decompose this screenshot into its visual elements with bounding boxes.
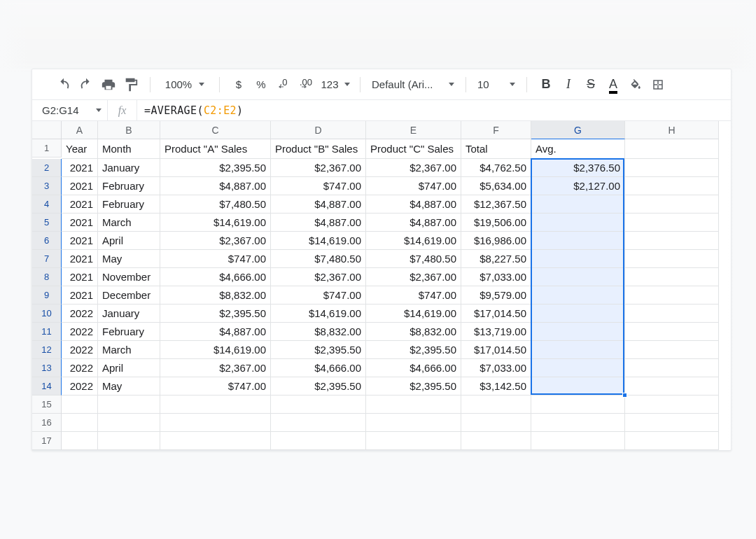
cell[interactable]: 2022 bbox=[62, 323, 98, 341]
cell[interactable]: $13,719.00 bbox=[461, 323, 531, 341]
cell[interactable] bbox=[62, 414, 98, 432]
cell[interactable] bbox=[531, 359, 625, 377]
cell[interactable]: $2,367.00 bbox=[366, 268, 461, 286]
cell[interactable]: Product "A" Sales bbox=[160, 139, 271, 159]
column-header[interactable]: G bbox=[531, 121, 625, 139]
cell[interactable] bbox=[62, 396, 98, 414]
row-header[interactable]: 16 bbox=[32, 414, 62, 432]
cell[interactable] bbox=[625, 232, 719, 250]
cell[interactable]: 2021 bbox=[62, 159, 98, 177]
cell[interactable] bbox=[625, 341, 719, 359]
cell[interactable]: Total bbox=[461, 139, 531, 159]
cell[interactable]: March bbox=[98, 214, 160, 232]
cell[interactable]: 2021 bbox=[62, 268, 98, 286]
cell[interactable] bbox=[366, 414, 461, 432]
cell[interactable]: $2,367.00 bbox=[271, 268, 366, 286]
cell[interactable]: $4,887.00 bbox=[160, 177, 271, 195]
cell[interactable]: 2022 bbox=[62, 341, 98, 359]
cell[interactable]: $2,127.00 bbox=[531, 177, 625, 195]
cell[interactable] bbox=[98, 396, 160, 414]
cell[interactable] bbox=[461, 414, 531, 432]
cell[interactable] bbox=[625, 250, 719, 268]
cell[interactable]: February bbox=[98, 195, 160, 214]
cell[interactable] bbox=[531, 414, 625, 432]
cell[interactable]: 2021 bbox=[62, 250, 98, 268]
cell[interactable] bbox=[98, 414, 160, 432]
cell[interactable]: $2,395.50 bbox=[271, 377, 366, 396]
cell[interactable]: $8,832.00 bbox=[366, 323, 461, 341]
column-header[interactable]: E bbox=[366, 121, 461, 139]
cell[interactable]: $12,367.50 bbox=[461, 195, 531, 214]
cell[interactable]: $4,887.00 bbox=[160, 323, 271, 341]
cell[interactable]: $16,986.00 bbox=[461, 232, 531, 250]
cell[interactable] bbox=[625, 214, 719, 232]
row-header[interactable]: 8 bbox=[32, 268, 62, 286]
cell[interactable]: $14,619.00 bbox=[271, 304, 366, 323]
format-currency-button[interactable]: $ bbox=[228, 74, 249, 95]
cell[interactable]: $4,887.00 bbox=[271, 195, 366, 214]
cell[interactable]: 2021 bbox=[62, 214, 98, 232]
column-header[interactable]: B bbox=[98, 121, 160, 139]
borders-button[interactable] bbox=[648, 74, 668, 95]
cell[interactable]: $4,666.00 bbox=[366, 359, 461, 377]
cell[interactable] bbox=[625, 159, 719, 177]
row-header[interactable]: 12 bbox=[32, 341, 62, 359]
cell[interactable]: Month bbox=[98, 139, 160, 159]
cell[interactable]: $7,480.50 bbox=[271, 250, 366, 268]
column-header[interactable]: A bbox=[62, 121, 98, 139]
cell[interactable]: $7,033.00 bbox=[461, 268, 531, 286]
cell[interactable]: $17,014.50 bbox=[461, 341, 531, 359]
cell[interactable]: $747.00 bbox=[160, 377, 271, 396]
column-header[interactable]: D bbox=[271, 121, 366, 139]
cell[interactable]: 2021 bbox=[62, 232, 98, 250]
cell[interactable]: 2021 bbox=[62, 286, 98, 304]
cell[interactable]: $747.00 bbox=[366, 286, 461, 304]
cell[interactable]: $2,395.50 bbox=[160, 304, 271, 323]
cell[interactable] bbox=[625, 377, 719, 396]
font-size-dropdown[interactable]: 10 bbox=[475, 74, 518, 95]
row-header[interactable]: 2 bbox=[32, 159, 62, 177]
grid[interactable]: ABCDEFGH1YearMonthProduct "A" SalesProdu… bbox=[32, 121, 731, 450]
cell[interactable]: April bbox=[98, 232, 160, 250]
fill-color-button[interactable] bbox=[625, 74, 646, 95]
cell[interactable]: April bbox=[98, 359, 160, 377]
cell[interactable]: February bbox=[98, 323, 160, 341]
cell[interactable] bbox=[625, 268, 719, 286]
increase-decimal-button[interactable]: .00 bbox=[295, 74, 316, 95]
cell[interactable] bbox=[62, 432, 98, 450]
column-header[interactable]: F bbox=[461, 121, 531, 139]
cell[interactable]: $2,376.50 bbox=[531, 159, 625, 177]
column-header[interactable]: C bbox=[160, 121, 271, 139]
cell[interactable] bbox=[625, 396, 719, 414]
cell[interactable] bbox=[625, 195, 719, 214]
cell[interactable]: $7,480.50 bbox=[366, 250, 461, 268]
undo-button[interactable] bbox=[53, 74, 74, 95]
cell[interactable]: $2,395.50 bbox=[271, 341, 366, 359]
cell[interactable] bbox=[531, 377, 625, 396]
cell[interactable] bbox=[160, 432, 271, 450]
cell[interactable]: Product "C" Sales bbox=[366, 139, 461, 159]
cell[interactable] bbox=[461, 432, 531, 450]
paint-format-button[interactable] bbox=[120, 74, 141, 95]
cell[interactable]: $7,033.00 bbox=[461, 359, 531, 377]
cell[interactable] bbox=[366, 432, 461, 450]
text-color-button[interactable]: A bbox=[603, 74, 624, 95]
cell[interactable]: Year bbox=[62, 139, 98, 159]
cell[interactable]: $4,762.50 bbox=[461, 159, 531, 177]
cell[interactable] bbox=[531, 250, 625, 268]
strikethrough-button[interactable]: S bbox=[580, 74, 601, 95]
formula-input[interactable]: =AVERAGE(C2:E2) bbox=[137, 100, 731, 120]
cell[interactable]: $4,887.00 bbox=[366, 195, 461, 214]
cell[interactable]: 2022 bbox=[62, 377, 98, 396]
cell[interactable]: Avg. bbox=[531, 139, 625, 159]
cell[interactable]: Product "B" Sales bbox=[271, 139, 366, 159]
cell[interactable]: $2,367.00 bbox=[160, 359, 271, 377]
cell[interactable] bbox=[98, 432, 160, 450]
cell[interactable]: $8,832.00 bbox=[271, 323, 366, 341]
cell[interactable]: December bbox=[98, 286, 160, 304]
cell[interactable] bbox=[625, 304, 719, 323]
cell[interactable]: $2,395.50 bbox=[366, 377, 461, 396]
cell[interactable]: $5,634.00 bbox=[461, 177, 531, 195]
cell[interactable] bbox=[531, 232, 625, 250]
cell[interactable] bbox=[625, 432, 719, 450]
